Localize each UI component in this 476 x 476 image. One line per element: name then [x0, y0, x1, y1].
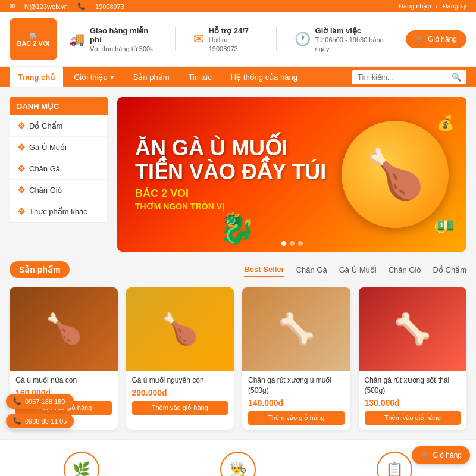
floating-phone-buttons: 📞 0967 188 189 📞 0988 88 11 05 [6, 394, 74, 428]
register-link[interactable]: Đăng ký [443, 2, 466, 10]
dot-icon: ❖ [17, 120, 26, 131]
search-form: 🔍 [352, 70, 466, 84]
feature-support: ✉ Hỗ trợ 24/7 Hotline: 19008973 [193, 26, 258, 53]
products-header: Sản phẩm Best Seller Chân Gà Gà Ú Muối C… [10, 261, 466, 278]
search-input[interactable] [352, 70, 447, 84]
add-cart-button-4[interactable]: Thêm vào giỏ hàng [365, 411, 461, 425]
sidebar-item-chan-ga[interactable]: ❖ Chân Gà [10, 158, 107, 180]
divider1 [175, 27, 176, 51]
bottom-feature-2: 👨‍🍳 Chuỗi cung ứng tiêu chuẩn Bộ phận kỹ… [166, 452, 311, 476]
sidebar-items: ❖ Đồ Chấm ❖ Gà Ú Muối ❖ Chân Gà ❖ Chân G… [10, 115, 108, 223]
email-icon: ✉ [10, 2, 15, 10]
add-cart-button-2[interactable]: Thêm vào giỏ hàng [132, 401, 228, 415]
product-card-4: 🦴 Chân gà rút xương sốt thái (500g) 130.… [359, 287, 467, 430]
search-button[interactable]: 🔍 [447, 70, 466, 84]
feature-hours: 🕐 Giờ làm việc Từ 06h00 - 19h30 hàng ngà… [295, 26, 394, 53]
sidebar-item-do-cham[interactable]: ❖ Đồ Chấm [10, 115, 107, 137]
product-info-3: Chân gà rút xương ú muối (500g) 140.000đ… [242, 371, 350, 430]
banner-inner: ĂN GÀ Ù MUỐI TIỀN VÀO ĐẦY TÚI BÁC 2 VOI … [117, 97, 466, 252]
feature-delivery-text: Giao hàng miễn phí Với đơn hàng từ 500k [90, 26, 157, 53]
main-content: DANH MỤC ❖ Đồ Chấm ❖ Gà Ú Muối ❖ Chân Gà… [0, 87, 476, 261]
sidebar: DANH MỤC ❖ Đồ Chấm ❖ Gà Ú Muối ❖ Chân Gà… [10, 97, 108, 252]
tab-chan-ga[interactable]: Chân Gà [296, 263, 327, 277]
nav-item-products[interactable]: Sản phẩm [125, 67, 178, 87]
top-bar-left: ✉ hi@123web.vn 📞 19008973 [10, 2, 124, 10]
floating-cart-button[interactable]: 🛒 Giỏ hàng [412, 446, 470, 464]
nav-item-home[interactable]: Trang chủ [10, 67, 63, 87]
login-link[interactable]: Đăng nhập [399, 2, 431, 10]
transparent-origin-icon: 📋 [377, 452, 412, 476]
logo[interactable]: 🐘BÁC 2 VOI [10, 18, 57, 60]
tab-ga-u-muoi[interactable]: Gà Ú Muối [339, 263, 377, 277]
hero-banner: ĂN GÀ Ù MUỐI TIỀN VÀO ĐẦY TÚI BÁC 2 VOI … [117, 97, 466, 252]
tab-do-cham[interactable]: Đồ Chấm [433, 263, 466, 277]
phone-button-1[interactable]: 📞 0967 188 189 [6, 394, 74, 409]
bottom-feature-1: 🌿 Quy trình thuận tự nhiên Thuận tự nhiê… [10, 452, 154, 476]
money-bag-icon: 💰 [437, 115, 455, 131]
banner-dot-1[interactable] [281, 241, 286, 246]
product-image-4: 🦴 [359, 287, 467, 371]
dragon-decoration: 🐉 [218, 211, 255, 246]
support-icon: ✉ [193, 32, 204, 47]
natural-process-icon: 🌿 [64, 452, 99, 476]
bottom-features: 🌿 Quy trình thuận tự nhiên Thuận tự nhiê… [0, 439, 476, 476]
main-nav: Trang chủ Giới thiệu ▾ Sản phẩm Tin tức … [0, 67, 476, 87]
banner-dots [281, 241, 303, 246]
header-features: 🚚 Giao hàng miễn phí Với đơn hàng từ 500… [69, 26, 394, 53]
food-image [342, 121, 449, 228]
dollar-sign: 💵 [437, 217, 455, 234]
banner-food-area: 💰 🪙 [342, 121, 449, 228]
nav-item-stores[interactable]: Hệ thống cửa hàng [223, 67, 306, 87]
phone-icon-2: 📞 [13, 417, 21, 425]
banner-dot-3[interactable] [298, 241, 303, 246]
dot-icon: ❖ [17, 206, 26, 217]
delivery-icon: 🚚 [69, 32, 85, 47]
nav-item-news[interactable]: Tin tức [180, 67, 220, 87]
dot-icon: ❖ [17, 184, 26, 196]
product-name-4: Chân gà rút xương sốt thái (500g) [365, 375, 461, 396]
dot-icon: ❖ [17, 163, 26, 174]
sidebar-item-ga-u-muoi[interactable]: ❖ Gà Ú Muối [10, 137, 107, 158]
product-image-3: 🦴 [242, 287, 350, 371]
tab-chan-gio[interactable]: Chân Giò [389, 263, 421, 277]
product-grid: 🍗 Gà ù muối nửa con 160.000đ Thêm vào gi… [10, 287, 466, 430]
dot-icon: ❖ [17, 142, 26, 153]
banner-headline: ĂN GÀ Ù MUỐI TIỀN VÀO ĐẦY TÚI [135, 136, 326, 183]
banner-brand: BÁC 2 VOI THƠM NGON TRÒN VỊ [135, 187, 326, 212]
phone-button-2[interactable]: 📞 0988 88 11 05 [6, 414, 74, 428]
add-cart-button-3[interactable]: Thêm vào giỏ hàng [248, 411, 345, 425]
product-card-3: 🦴 Chân gà rút xương ú muối (500g) 140.00… [242, 287, 350, 430]
logo-text: 🐘BÁC 2 VOI [14, 30, 52, 49]
phone-text: 19008973 [95, 3, 124, 10]
clock-icon: 🕐 [295, 32, 311, 47]
top-bar-right: Đăng nhập / Đăng ký [399, 2, 466, 10]
product-name-2: Gà ù muối nguyên con [132, 375, 228, 386]
product-card-2: 🍗 Gà ù muối nguyên con 290.000đ Thêm vào… [126, 287, 234, 430]
product-tabs: Best Seller Chân Gà Gà Ú Muối Chân Giò Đ… [244, 262, 466, 277]
divider2 [276, 27, 277, 51]
sidebar-title: DANH MỤC [10, 97, 108, 115]
products-title: Sản phẩm [10, 261, 70, 278]
product-price-4: 130.000đ [365, 398, 461, 408]
banner-dot-2[interactable] [290, 241, 295, 246]
feature-support-text: Hỗ trợ 24/7 Hotline: 19008973 [209, 26, 258, 53]
banner-text: ĂN GÀ Ù MUỐI TIỀN VÀO ĐẦY TÚI BÁC 2 VOI … [135, 136, 326, 212]
cart-button[interactable]: 🛒 Giỏ hàng [406, 30, 466, 48]
separator: / [436, 2, 438, 10]
cart-icon: 🛒 [415, 35, 424, 43]
nav-item-about[interactable]: Giới thiệu ▾ [65, 67, 122, 87]
floating-cart-icon: 🛒 [420, 451, 429, 459]
email-text: hi@123web.vn [24, 3, 68, 10]
product-price-3: 140.000đ [248, 398, 345, 408]
product-info-2: Gà ù muối nguyên con 290.000đ Thêm vào g… [126, 371, 234, 419]
tab-best-seller[interactable]: Best Seller [244, 262, 284, 277]
sidebar-item-thuc-pham-khac[interactable]: ❖ Thực phẩm khác [10, 201, 107, 222]
phone-icon-1: 📞 [13, 397, 21, 405]
header: 🐘BÁC 2 VOI 🚚 Giao hàng miễn phí Với đơn … [0, 12, 476, 67]
product-name-3: Chân gà rút xương ú muối (500g) [248, 375, 345, 396]
phone-icon: 📞 [77, 2, 86, 10]
feature-hours-text: Giờ làm việc Từ 06h00 - 19h30 hàng ngày [315, 26, 394, 53]
product-name-1: Gà ù muối nửa con [15, 375, 112, 386]
supply-chain-icon: 👨‍🍳 [220, 452, 256, 476]
sidebar-item-chan-gio[interactable]: ❖ Chân Giò [10, 180, 107, 201]
